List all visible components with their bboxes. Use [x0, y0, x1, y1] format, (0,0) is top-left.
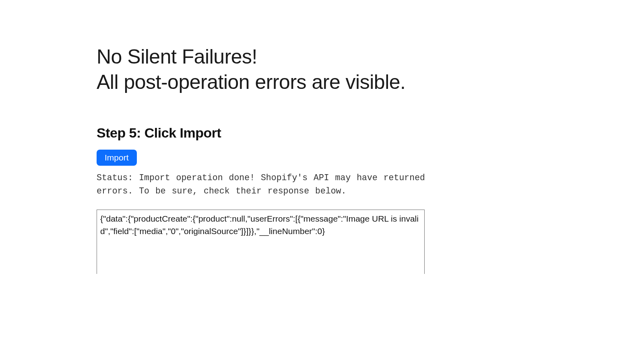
headline-line-2: All post-operation errors are visible.: [97, 70, 539, 95]
headline-line-1: No Silent Failures!: [97, 44, 539, 70]
headline: No Silent Failures! All post-operation e…: [97, 44, 539, 95]
slide-content: No Silent Failures! All post-operation e…: [97, 44, 539, 274]
import-button[interactable]: Import: [97, 150, 137, 166]
api-response-output: {"data":{"productCreate":{"product":null…: [97, 210, 425, 274]
step-heading: Step 5: Click Import: [97, 125, 539, 141]
status-text: Status: Import operation done! Shopify's…: [97, 171, 427, 198]
previous-section-cropped: [97, 119, 539, 124]
